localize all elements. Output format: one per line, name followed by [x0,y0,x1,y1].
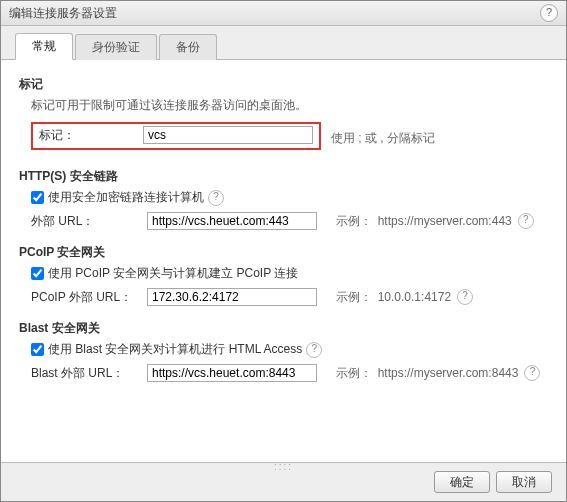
http-url-row: 外部 URL： 示例： https://myserver.com:443 ? [31,212,548,230]
tag-label: 标记： [39,127,137,144]
pcoip-gateway-checkbox[interactable] [31,267,44,280]
tag-hint: 使用 ; 或 , 分隔标记 [331,130,435,147]
content-area: 标记 标记可用于限制可通过该连接服务器访问的桌面池。 标记： 使用 ; 或 , … [1,60,566,462]
ok-button[interactable]: 确定 [434,471,490,493]
tab-backup[interactable]: 备份 [159,34,217,60]
pcoip-gateway-label: 使用 PCoIP 安全网关与计算机建立 PCoIP 连接 [48,265,298,282]
help-icon[interactable]: ? [524,365,540,381]
tag-desc: 标记可用于限制可通过该连接服务器访问的桌面池。 [31,97,548,114]
tab-strip: 常规 身份验证 备份 [1,26,566,60]
http-secure-label: 使用安全加密链路连接计算机 [48,189,204,206]
pcoip-url-label: PCoIP 外部 URL： [31,289,141,306]
blast-url-label: Blast 外部 URL： [31,365,141,382]
footer: :::: 确定 取消 [1,462,566,501]
titlebar: 编辑连接服务器设置 ? [1,1,566,26]
http-secure-checkbox[interactable] [31,191,44,204]
tab-auth[interactable]: 身份验证 [75,34,157,60]
cancel-button[interactable]: 取消 [496,471,552,493]
section-title-http: HTTP(S) 安全链路 [19,168,548,185]
pcoip-url-input[interactable] [147,288,317,306]
http-example-value: https://myserver.com:443 [378,214,512,228]
pcoip-example-value: 10.0.0.1:4172 [378,290,451,304]
window-title: 编辑连接服务器设置 [9,1,117,25]
blast-checkbox-row: 使用 Blast 安全网关对计算机进行 HTML Access ? [31,341,548,358]
help-icon[interactable]: ? [457,289,473,305]
http-example-label: 示例： [336,213,372,230]
pcoip-example-label: 示例： [336,289,372,306]
blast-url-row: Blast 外部 URL： 示例： https://myserver.com:8… [31,364,548,382]
tab-general[interactable]: 常规 [15,33,73,60]
section-title-blast: Blast 安全网关 [19,320,548,337]
help-icon[interactable]: ? [540,4,558,22]
blast-url-input[interactable] [147,364,317,382]
help-icon[interactable]: ? [306,342,322,358]
tag-input[interactable] [143,126,313,144]
resize-grip-icon[interactable]: :::: [274,461,293,472]
blast-example-value: https://myserver.com:8443 [378,366,519,380]
tag-highlight-box: 标记： [31,122,321,150]
http-url-label: 外部 URL： [31,213,141,230]
blast-example-label: 示例： [336,365,372,382]
tag-row: 标记： 使用 ; 或 , 分隔标记 [19,120,548,156]
help-icon[interactable]: ? [208,190,224,206]
pcoip-checkbox-row: 使用 PCoIP 安全网关与计算机建立 PCoIP 连接 [31,265,548,282]
blast-gateway-label: 使用 Blast 安全网关对计算机进行 HTML Access [48,341,302,358]
blast-gateway-checkbox[interactable] [31,343,44,356]
http-checkbox-row: 使用安全加密链路连接计算机 ? [31,189,548,206]
section-title-pcoip: PCoIP 安全网关 [19,244,548,261]
help-icon[interactable]: ? [518,213,534,229]
section-title-tag: 标记 [19,76,548,93]
http-url-input[interactable] [147,212,317,230]
pcoip-url-row: PCoIP 外部 URL： 示例： 10.0.0.1:4172 ? [31,288,548,306]
